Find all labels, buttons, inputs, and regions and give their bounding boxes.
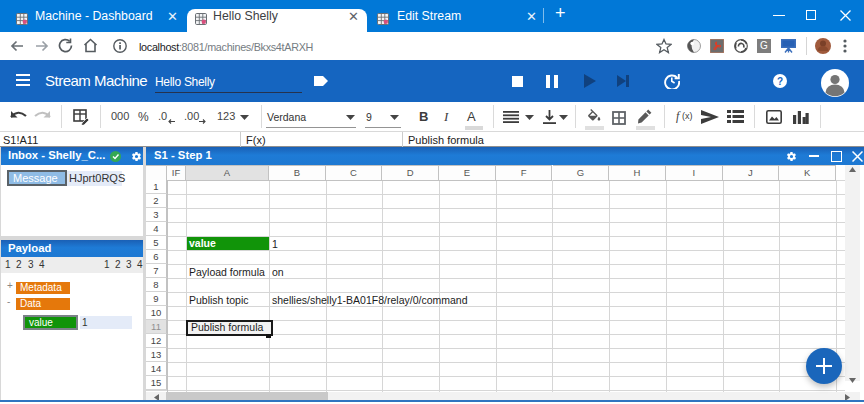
svg-text:?: ?	[777, 76, 783, 87]
